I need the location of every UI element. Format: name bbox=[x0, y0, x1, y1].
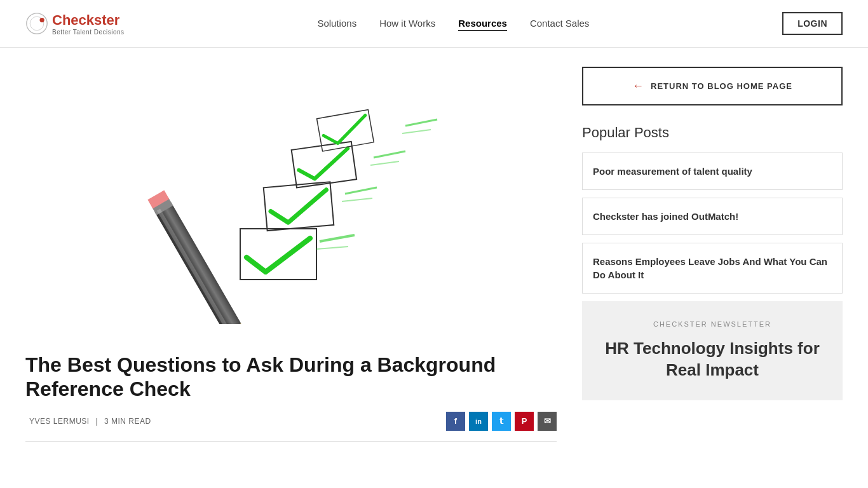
svg-line-16 bbox=[370, 161, 399, 165]
popular-post-title-1: Poor measurement of talent quality bbox=[593, 165, 832, 178]
twitter-share-button[interactable]: 𝕥 bbox=[492, 412, 511, 431]
page-content: The Best Questions to Ask During a Backg… bbox=[0, 48, 868, 461]
main-column: The Best Questions to Ask During a Backg… bbox=[25, 67, 557, 442]
svg-line-14 bbox=[402, 130, 431, 133]
svg-line-20 bbox=[316, 247, 348, 249]
sidebar: ← RETURN TO BLOG HOME PAGE Popular Posts… bbox=[582, 67, 843, 442]
nav-item-resources[interactable]: Resources bbox=[458, 18, 507, 29]
svg-point-0 bbox=[27, 13, 47, 34]
newsletter-label: CHECKSTER NEWSLETTER bbox=[595, 320, 830, 328]
nav-item-solutions[interactable]: Solutions bbox=[317, 18, 356, 29]
pinterest-share-button[interactable]: P bbox=[515, 412, 534, 431]
nav-item-contact-sales[interactable]: Contact Sales bbox=[530, 18, 589, 29]
login-button[interactable]: LOGIN bbox=[782, 12, 843, 35]
logo[interactable]: Checkster Better Talent Decisions bbox=[25, 12, 125, 36]
navbar: Checkster Better Talent Decisions Soluti… bbox=[0, 0, 868, 48]
popular-post-title-3: Reasons Employees Leave Jobs And What Yo… bbox=[593, 255, 832, 281]
social-icons: f in 𝕥 P ✉ bbox=[446, 412, 557, 431]
logo-icon bbox=[25, 12, 48, 35]
popular-post-title-2: Checkster has joined OutMatch! bbox=[593, 210, 832, 223]
facebook-share-button[interactable]: f bbox=[446, 412, 465, 431]
popular-posts-heading: Popular Posts bbox=[582, 125, 843, 141]
popular-post-card-1[interactable]: Poor measurement of talent quality bbox=[582, 152, 843, 190]
email-share-button[interactable]: ✉ bbox=[538, 412, 557, 431]
return-btn-label: RETURN TO BLOG HOME PAGE bbox=[651, 81, 792, 91]
newsletter-title: HR Technology Insights for Real Impact bbox=[595, 338, 830, 381]
svg-rect-9 bbox=[240, 229, 316, 280]
brand-tagline: Better Talent Decisions bbox=[52, 29, 125, 36]
svg-line-18 bbox=[342, 198, 372, 201]
newsletter-card: CHECKSTER NEWSLETTER HR Technology Insig… bbox=[582, 301, 843, 400]
nav-item-how-it-works[interactable]: How it Works bbox=[379, 18, 435, 29]
svg-line-13 bbox=[405, 119, 437, 126]
return-to-blog-button[interactable]: ← RETURN TO BLOG HOME PAGE bbox=[582, 67, 843, 105]
return-arrow-icon: ← bbox=[632, 79, 644, 93]
svg-rect-5 bbox=[154, 202, 241, 324]
logo-text: Checkster Better Talent Decisions bbox=[52, 12, 125, 36]
article-author: YVES LERMUSI | 3 MIN READ bbox=[25, 417, 151, 426]
brand-name: Checkster bbox=[52, 12, 125, 29]
popular-post-card-3[interactable]: Reasons Employees Leave Jobs And What Yo… bbox=[582, 243, 843, 294]
popular-post-card-2[interactable]: Checkster has joined OutMatch! bbox=[582, 198, 843, 235]
hero-image bbox=[25, 67, 557, 334]
checklist-svg bbox=[126, 76, 456, 324]
svg-point-2 bbox=[40, 18, 44, 22]
svg-line-15 bbox=[374, 151, 405, 158]
article-meta: YVES LERMUSI | 3 MIN READ f in 𝕥 P ✉ bbox=[25, 412, 557, 442]
nav-links: Solutions How it Works Resources Contact… bbox=[317, 18, 589, 29]
svg-rect-10 bbox=[264, 182, 334, 231]
svg-line-19 bbox=[320, 235, 355, 241]
article-title: The Best Questions to Ask During a Backg… bbox=[25, 353, 557, 402]
svg-line-17 bbox=[345, 187, 377, 194]
linkedin-share-button[interactable]: in bbox=[469, 412, 488, 431]
